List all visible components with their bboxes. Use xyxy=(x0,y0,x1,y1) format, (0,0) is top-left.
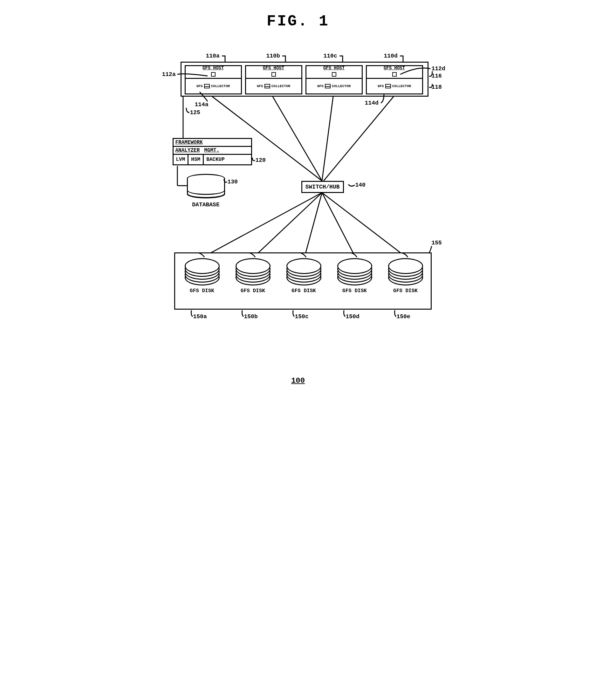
disk-mini-icon xyxy=(385,84,391,89)
ref-114a: 114a xyxy=(195,101,208,108)
svg-line-10 xyxy=(322,193,355,257)
svg-line-5 xyxy=(322,97,333,181)
host-marker-icon xyxy=(392,72,397,77)
host-label: GFS HOST xyxy=(306,66,362,71)
ref-116: 116 xyxy=(432,73,442,79)
disk-stack-icon xyxy=(185,258,220,283)
ref-110d: 110d xyxy=(384,53,398,59)
hosts-outer: GFS HOST GFS COLLECTOR GFS HOST GFS CO xyxy=(180,62,428,97)
collector-label: COLLECTOR xyxy=(392,84,411,88)
gfs-disk-b: GFS DISK xyxy=(229,258,277,294)
gfs-host-b: GFS HOST GFS COLLECTOR xyxy=(245,65,302,94)
svg-line-11 xyxy=(322,193,406,257)
gfs-host-d: GFS HOST GFS COLLECTOR xyxy=(366,65,423,94)
disk-stack-icon xyxy=(388,258,423,283)
ref-112a: 112a xyxy=(162,71,176,78)
svg-line-4 xyxy=(273,97,322,181)
database-cylinder: DATABASE xyxy=(187,179,225,205)
gfs-disk-e: GFS DISK xyxy=(382,258,429,294)
ref-150d: 150d xyxy=(346,314,359,320)
framework-analyzer: ANALYZER xyxy=(175,148,200,153)
framework-box: FRAMEWORK ANALYZER MGMT. LVM HSM BACKUP xyxy=(173,138,252,165)
disk-stack-icon xyxy=(287,258,321,283)
ref-125: 125 xyxy=(190,109,200,116)
diagram: 110a 110b 110c 110d GFS HOST GFS COLLECT… xyxy=(155,49,441,367)
disk-stack-icon xyxy=(235,258,271,283)
framework-title: FRAMEWORK xyxy=(174,139,251,147)
collector-gfs: GFS xyxy=(317,84,324,88)
disk-mini-icon xyxy=(204,84,210,89)
collector-row: GFS COLLECTOR xyxy=(367,79,422,94)
figure-title: FIG. 1 xyxy=(139,13,457,30)
ref-150a: 150a xyxy=(193,314,207,320)
ref-150c: 150c xyxy=(295,314,309,320)
ref-110c: 110c xyxy=(324,53,337,59)
ref-155: 155 xyxy=(432,240,442,246)
gfs-disk-d: GFS DISK xyxy=(331,258,378,294)
ref-120: 120 xyxy=(255,157,266,164)
collector-gfs: GFS xyxy=(378,84,384,88)
collector-label: COLLECTOR xyxy=(271,84,290,88)
disk-label: GFS DISK xyxy=(280,288,328,294)
host-marker-icon xyxy=(211,72,216,77)
ref-118: 118 xyxy=(432,84,442,90)
switch-hub-box: SWITCH/HUB xyxy=(301,181,344,193)
host-marker-icon xyxy=(271,72,276,77)
ref-130: 130 xyxy=(228,179,238,185)
collector-row: GFS COLLECTOR xyxy=(246,79,301,94)
ref-140: 140 xyxy=(355,182,366,188)
ref-112d: 112d xyxy=(432,66,445,72)
svg-line-9 xyxy=(304,193,322,257)
disk-label: GFS DISK xyxy=(382,288,429,294)
svg-line-6 xyxy=(324,97,394,181)
disk-label: GFS DISK xyxy=(331,288,378,294)
disk-mini-icon xyxy=(325,84,330,89)
collector-gfs: GFS xyxy=(196,84,203,88)
host-label: GFS HOST xyxy=(367,66,422,71)
host-label: GFS HOST xyxy=(185,66,241,71)
ref-110b: 110b xyxy=(266,53,280,59)
gfs-disk-a: GFS DISK xyxy=(178,258,226,294)
cylinder-icon xyxy=(187,179,225,198)
gfs-disk-c: GFS DISK xyxy=(280,258,328,294)
disk-mini-icon xyxy=(265,84,270,89)
ref-150e: 150e xyxy=(397,314,411,320)
ref-110a: 110a xyxy=(206,53,220,59)
gfs-host-c: GFS HOST GFS COLLECTOR xyxy=(305,65,363,94)
ref-150b: 150b xyxy=(244,314,258,320)
figure-number: 100 xyxy=(139,376,457,385)
disk-stack-icon xyxy=(337,258,372,283)
collector-gfs: GFS xyxy=(257,84,263,88)
disks-outer: GFS DISK GFS DISK GFS DISK GFS DISK xyxy=(174,252,432,309)
framework-backup: BACKUP xyxy=(204,155,227,164)
collector-label: COLLECTOR xyxy=(211,84,230,88)
framework-lvm: LVM xyxy=(174,155,189,164)
framework-mgmt: MGMT. xyxy=(204,148,219,153)
collector-label: COLLECTOR xyxy=(332,84,351,88)
host-label: GFS HOST xyxy=(246,66,301,71)
host-marker-icon xyxy=(332,72,336,77)
gfs-host-a: GFS HOST GFS COLLECTOR xyxy=(185,65,242,94)
svg-line-8 xyxy=(254,193,322,257)
framework-hsm: HSM xyxy=(189,155,204,164)
disk-label: GFS DISK xyxy=(178,288,226,294)
ref-114d: 114d xyxy=(365,100,378,106)
collector-row: GFS COLLECTOR xyxy=(306,79,362,94)
disk-label: GFS DISK xyxy=(229,288,277,294)
collector-row: GFS COLLECTOR xyxy=(185,79,241,94)
database-label: DATABASE xyxy=(187,202,225,208)
